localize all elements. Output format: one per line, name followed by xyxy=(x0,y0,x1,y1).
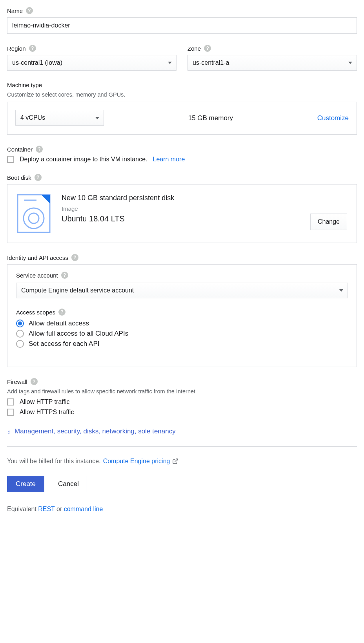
equivalent-or: or xyxy=(55,506,64,512)
equivalent-note: Equivalent REST or command line xyxy=(7,506,357,513)
help-icon[interactable]: ? xyxy=(26,7,33,14)
management-expand-label: Management, security, disks, networking,… xyxy=(15,427,176,435)
allow-https-label: Allow HTTPS traffic xyxy=(20,409,74,416)
access-scopes-label: Access scopes xyxy=(16,309,55,316)
bootdisk-image-name: Ubuntu 18.04 LTS xyxy=(62,214,299,223)
bootdisk-label: Boot disk xyxy=(7,174,31,181)
firewall-label: Firewall xyxy=(7,378,27,385)
help-icon[interactable]: ? xyxy=(61,272,68,279)
compute-engine-pricing-link[interactable]: Compute Engine pricing xyxy=(103,458,170,465)
zone-value: us-central1-a xyxy=(193,59,229,66)
divider xyxy=(7,446,357,447)
access-scope-radio-each[interactable] xyxy=(16,340,24,348)
machine-type-description: Customize to select cores, memory and GP… xyxy=(7,91,357,98)
svg-marker-1 xyxy=(41,195,50,203)
vcpu-select[interactable]: 4 vCPUs xyxy=(15,110,104,126)
disk-icon xyxy=(17,194,51,233)
billing-note: You will be billed for this instance. xyxy=(7,458,101,465)
svg-point-4 xyxy=(29,213,39,223)
access-scope-radio-full[interactable] xyxy=(16,330,24,338)
command-line-link[interactable]: command line xyxy=(64,506,103,512)
bootdisk-title: New 10 GB standard persistent disk xyxy=(62,194,299,202)
service-account-label: Service account xyxy=(16,272,58,279)
external-link-icon xyxy=(172,458,178,464)
allow-http-checkbox[interactable] xyxy=(7,398,14,406)
access-scope-option: Set access for each API xyxy=(29,340,99,348)
name-label: Name xyxy=(7,7,23,14)
customize-link[interactable]: Customize xyxy=(317,114,349,122)
container-label: Container xyxy=(7,146,33,153)
access-scope-radio-default[interactable] xyxy=(16,320,24,327)
help-icon[interactable]: ? xyxy=(204,45,211,52)
deploy-container-label: Deploy a container image to this VM inst… xyxy=(20,156,147,163)
learn-more-link[interactable]: Learn more xyxy=(153,156,185,163)
bootdisk-image-label: Image xyxy=(62,205,299,212)
access-scope-option: Allow full access to all Cloud APIs xyxy=(29,330,128,338)
help-icon[interactable]: ? xyxy=(31,378,38,385)
help-icon[interactable]: ? xyxy=(36,146,43,153)
cancel-button[interactable]: Cancel xyxy=(50,476,87,492)
vcpu-value: 4 vCPUs xyxy=(20,114,45,121)
firewall-description: Add tags and firewall rules to allow spe… xyxy=(7,388,357,395)
create-button[interactable]: Create xyxy=(7,476,44,492)
service-account-value: Compute Engine default service account xyxy=(21,287,134,294)
zone-select[interactable]: us-central1-a xyxy=(187,55,357,71)
deploy-container-checkbox[interactable] xyxy=(7,156,14,163)
change-button[interactable]: Change xyxy=(310,214,347,230)
identity-label: Identity and API access xyxy=(7,254,68,261)
machine-memory: 15 GB memory xyxy=(188,114,233,122)
service-account-select[interactable]: Compute Engine default service account xyxy=(16,283,348,298)
management-expand-link[interactable]: ⌄⌄ Management, security, disks, networki… xyxy=(7,427,357,435)
allow-http-label: Allow HTTP traffic xyxy=(20,398,69,406)
chevron-double-down-icon: ⌄⌄ xyxy=(7,429,11,434)
help-icon[interactable]: ? xyxy=(71,254,78,261)
name-input[interactable] xyxy=(7,17,357,34)
region-select[interactable]: us-central1 (Iowa) xyxy=(7,55,177,71)
equivalent-prefix: Equivalent xyxy=(7,506,38,512)
zone-label: Zone xyxy=(187,45,201,52)
rest-link[interactable]: REST xyxy=(38,506,55,512)
region-value: us-central1 (Iowa) xyxy=(12,59,62,66)
svg-point-3 xyxy=(24,208,44,228)
help-icon[interactable]: ? xyxy=(29,45,36,52)
access-scope-option: Allow default access xyxy=(29,320,89,327)
machine-type-label: Machine type xyxy=(7,82,42,88)
allow-https-checkbox[interactable] xyxy=(7,409,14,416)
help-icon[interactable]: ? xyxy=(58,309,66,316)
help-icon[interactable]: ? xyxy=(35,174,42,181)
region-label: Region xyxy=(7,45,26,52)
